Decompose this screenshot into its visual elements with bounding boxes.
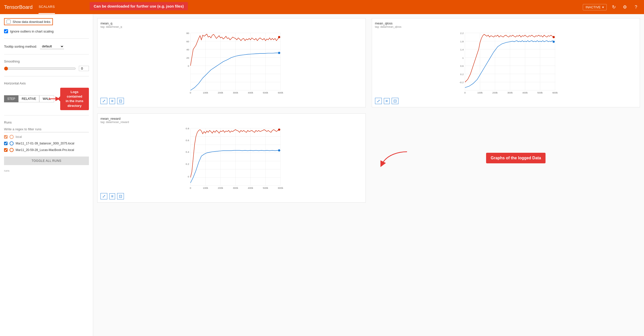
graphs-arrow-icon	[379, 149, 410, 169]
horizontal-axis-label: Horizontal Axis	[4, 81, 89, 85]
svg-text:60: 60	[186, 40, 189, 43]
svg-text:400k: 400k	[248, 91, 253, 94]
runs-filter-input[interactable]	[4, 126, 89, 132]
main-content: mean_q tag: data/mean_q	[93, 14, 644, 336]
svg-text:200k: 200k	[492, 91, 497, 94]
chart-card-mean-qloss: mean_qloss tag: data/mean_qloss	[372, 18, 640, 107]
svg-point-60	[553, 41, 555, 43]
svg-text:500k: 500k	[263, 91, 268, 94]
svg-point-88	[278, 129, 280, 131]
svg-point-29	[278, 52, 280, 54]
chart-data-mean-reward[interactable]: ≡	[109, 193, 115, 199]
show-download-links-label: Show data download links	[13, 20, 50, 24]
smoothing-section: Smoothing	[4, 59, 89, 71]
chart-actions-mean-q: ⤢ ≡ ⊡	[100, 98, 362, 104]
axis-btn-step[interactable]: STEP	[4, 95, 18, 102]
svg-text:0.6: 0.6	[460, 65, 464, 67]
settings-button[interactable]: ⚙	[621, 3, 629, 11]
svg-text:400k: 400k	[522, 91, 528, 94]
sidebar-footer: runs	[4, 169, 89, 172]
chart-tag-mean-qloss: tag: data/mean_qloss	[375, 25, 637, 28]
toggle-all-runs-button[interactable]: TOGGLE ALL RUNS	[4, 157, 89, 165]
run-color-dot-2	[10, 148, 14, 152]
axis-btn-relative[interactable]: RELATIVE	[18, 95, 39, 102]
svg-text:1: 1	[462, 56, 463, 59]
smoothing-slider[interactable]	[4, 67, 76, 71]
runs-title: Runs	[4, 120, 89, 124]
run-color-dot-0	[10, 135, 14, 139]
svg-text:0.2: 0.2	[186, 163, 189, 165]
show-download-links-checkbox-label[interactable]: Show data download links	[7, 20, 50, 24]
svg-text:100k: 100k	[477, 91, 483, 94]
chart-area-mean-q: 80 60 40 20 0 0 100k 200k 300k 400k 500k…	[100, 30, 362, 96]
nav-scalars[interactable]: SCALARS	[39, 0, 55, 14]
run-name-1: Mar11_17-01-39_balancer_300I_2075.local	[16, 142, 74, 145]
svg-text:0: 0	[190, 91, 191, 94]
svg-text:300k: 300k	[507, 91, 513, 94]
chart-title-mean-qloss: mean_qloss	[375, 21, 637, 25]
show-download-links-checkbox[interactable]	[7, 20, 11, 24]
run-checkbox-1[interactable]	[4, 142, 8, 145]
tooltip-sorting-select[interactable]: default ascending descending nearest	[40, 44, 64, 49]
smoothing-row	[4, 66, 89, 71]
tooltip-sorting-label: Tooltip sorting method:	[4, 45, 37, 48]
run-item: Mar11_17-01-39_balancer_300I_2075.local	[4, 141, 89, 146]
status-dropdown[interactable]: INACTIVE ▾	[583, 4, 607, 10]
ignore-outliers-checkbox[interactable]	[4, 29, 8, 33]
run-name-0: local	[16, 135, 22, 139]
svg-text:40: 40	[186, 48, 189, 51]
smoothing-label: Smoothing	[4, 59, 89, 63]
svg-text:0.4: 0.4	[186, 150, 189, 153]
chevron-down-icon: ▾	[602, 5, 604, 9]
svg-text:500k: 500k	[263, 187, 268, 189]
svg-text:20: 20	[186, 56, 189, 59]
axis-buttons: STEP RELATIVE WALL	[4, 95, 54, 102]
chart-expand-mean-qloss[interactable]: ⤢	[375, 98, 382, 104]
run-color-dot-1	[10, 141, 14, 145]
svg-text:0: 0	[190, 187, 191, 189]
svg-text:600k: 600k	[278, 91, 283, 94]
svg-text:0: 0	[188, 175, 189, 178]
status-label: INACTIVE	[586, 5, 601, 9]
refresh-button[interactable]: ↻	[610, 3, 618, 11]
help-button[interactable]: ?	[632, 3, 640, 11]
header-annotation: Can be downloaded for further use (e.g. …	[90, 2, 188, 10]
svg-point-59	[553, 36, 555, 38]
chart-download-mean-q[interactable]: ⊡	[117, 98, 124, 104]
chart-area-mean-reward: 0.8 0.6 0.4 0.2 0 0 100k 200k 300k 400k …	[100, 126, 362, 191]
svg-text:300k: 300k	[233, 91, 238, 94]
divider-1	[4, 38, 89, 39]
svg-text:80: 80	[186, 32, 189, 35]
svg-text:300k: 300k	[233, 187, 238, 189]
svg-text:0.6: 0.6	[186, 139, 189, 142]
chart-card-mean-reward: mean_reward tag: data/mean_reward	[97, 113, 366, 203]
run-item: local	[4, 134, 89, 139]
chart-expand-mean-q[interactable]: ⤢	[100, 98, 107, 104]
divider-4	[4, 115, 89, 115]
header-nav: SCALARS	[39, 0, 55, 14]
show-download-links-row: Show data download links	[4, 18, 89, 25]
divider-3	[4, 76, 89, 76]
svg-text:100k: 100k	[203, 187, 208, 189]
chart-expand-mean-reward[interactable]: ⤢	[100, 193, 107, 199]
smoothing-value-input[interactable]	[79, 66, 89, 71]
chart-data-mean-qloss[interactable]: ≡	[384, 98, 390, 104]
svg-text:200k: 200k	[218, 91, 223, 94]
chart-card-mean-q: mean_q tag: data/mean_q	[97, 18, 366, 107]
ignore-outliers-row[interactable]: Ignore outliers in chart scaling	[4, 29, 89, 33]
charts-grid: mean_q tag: data/mean_q	[97, 18, 640, 203]
ignore-outliers-label: Ignore outliers in chart scaling	[10, 29, 54, 33]
chart-download-mean-qloss[interactable]: ⊡	[392, 98, 398, 104]
svg-text:-0.2: -0.2	[459, 81, 464, 84]
run-checkbox-2[interactable]	[4, 148, 8, 152]
svg-text:600k: 600k	[552, 91, 558, 94]
logs-annotation: Logs contained in the /runs directory	[60, 88, 89, 110]
main-layout: Show data download links Ignore outliers…	[0, 14, 644, 336]
header-right: INACTIVE ▾ ↻ ⚙ ?	[583, 3, 640, 11]
svg-text:400k: 400k	[248, 187, 253, 189]
chart-download-mean-reward[interactable]: ⊡	[117, 193, 124, 199]
svg-text:600k: 600k	[278, 187, 283, 189]
chart-data-mean-q[interactable]: ≡	[109, 98, 115, 104]
svg-text:100k: 100k	[203, 91, 208, 94]
run-checkbox-0[interactable]	[4, 135, 8, 139]
